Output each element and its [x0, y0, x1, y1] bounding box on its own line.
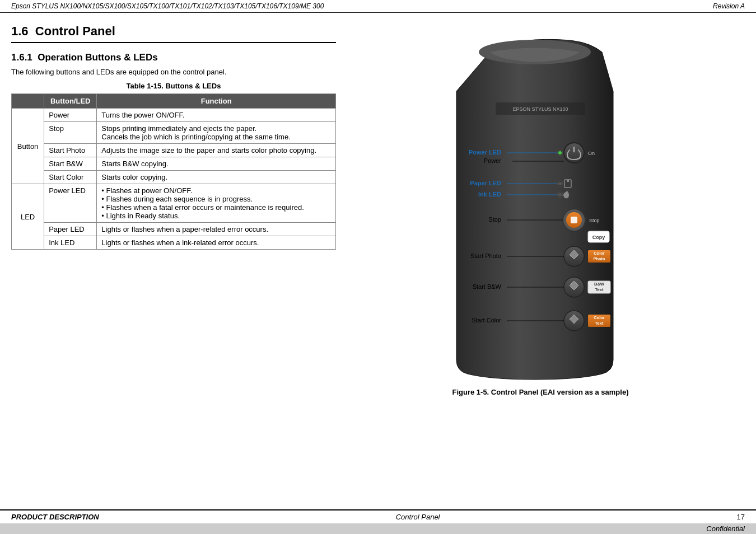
- svg-point-11: [558, 193, 562, 196]
- svg-text:Color: Color: [594, 251, 605, 256]
- subsection-title: 1.6.1 Operation Buttons & LEDs: [11, 52, 336, 63]
- table-row: Paper LEDLights or flashes when a paper-…: [12, 223, 336, 236]
- page-footer: PRODUCT DESCRIPTION Control Panel 17 Con…: [0, 509, 756, 534]
- svg-text:B&W: B&W: [594, 282, 605, 287]
- col-function: Function: [97, 94, 336, 109]
- cell-function: Adjusts the image size to the paper and …: [97, 144, 336, 157]
- table-row: Ink LEDLights or flashes when a ink-rela…: [12, 236, 336, 250]
- page-header: Epson STYLUS NX100/NX105/SX100/SX105/TX1…: [0, 0, 756, 13]
- svg-text:Start B&W: Start B&W: [473, 283, 502, 290]
- svg-text:Start Photo: Start Photo: [470, 252, 501, 259]
- svg-text:Power: Power: [484, 157, 502, 164]
- table-row: StopStops printing immediately and eject…: [12, 122, 336, 144]
- svg-text:Copy: Copy: [592, 235, 605, 240]
- svg-text:On: On: [588, 151, 595, 156]
- description-text: The following buttons and LEDs are equip…: [11, 68, 336, 76]
- svg-point-8: [558, 182, 562, 185]
- svg-text:EPSON STYLUS NX100: EPSON STYLUS NX100: [512, 106, 568, 112]
- footer-right: 17: [737, 513, 745, 521]
- footer-main: PRODUCT DESCRIPTION Control Panel 17: [0, 510, 756, 523]
- svg-point-4: [558, 151, 562, 154]
- row-group-label: LED: [12, 184, 44, 250]
- col-button-led: Button/LED: [44, 94, 97, 109]
- header-right: Revision A: [713, 2, 745, 10]
- svg-text:Ink LED: Ink LED: [478, 191, 501, 198]
- cell-function: Lights or flashes when a paper-related e…: [97, 223, 336, 236]
- right-panel: EPSON STYLUS NX100 On: [336, 24, 745, 396]
- cell-button-led: Power LED: [44, 184, 97, 223]
- footer-center: Control Panel: [396, 513, 440, 521]
- cell-button-led: Paper LED: [44, 223, 97, 236]
- svg-text:Color: Color: [594, 315, 605, 320]
- cell-function: Starts color copying.: [97, 171, 336, 184]
- cell-button-led: Start Color: [44, 171, 97, 184]
- main-content: 1.6 Control Panel 1.6.1 Operation Button…: [0, 13, 756, 396]
- cell-button-led: Start Photo: [44, 144, 97, 157]
- table-title: Table 1-15. Buttons & LEDs: [11, 82, 336, 90]
- svg-text:Photo: Photo: [593, 256, 605, 261]
- svg-text:Stop: Stop: [488, 216, 501, 223]
- svg-text:Start Color: Start Color: [472, 317, 501, 324]
- table-row: Start B&WStarts B&W copying.: [12, 157, 336, 171]
- row-group-label: Button: [12, 109, 44, 184]
- table-row: ButtonPowerTurns the power ON/OFF.: [12, 109, 336, 122]
- cell-function: Starts B&W copying.: [97, 157, 336, 171]
- col-group: [12, 94, 44, 109]
- svg-text:Text: Text: [595, 321, 604, 326]
- header-left: Epson STYLUS NX100/NX105/SX100/SX105/TX1…: [11, 2, 324, 10]
- table-row: Start ColorStarts color copying.: [12, 171, 336, 184]
- left-panel: 1.6 Control Panel 1.6.1 Operation Button…: [11, 24, 336, 396]
- svg-text:Paper LED: Paper LED: [470, 180, 501, 186]
- svg-rect-14: [571, 217, 577, 223]
- svg-text:Power LED: Power LED: [469, 149, 501, 156]
- cell-button-led: Start B&W: [44, 157, 97, 171]
- cell-button-led: Stop: [44, 122, 97, 144]
- table-row: LEDPower LED• Flashes at power ON/OFF.• …: [12, 184, 336, 223]
- cell-function: Stops printing immediately and ejects th…: [97, 122, 336, 144]
- buttons-leds-table: Button/LED Function ButtonPowerTurns the…: [11, 93, 336, 250]
- cell-function: • Flashes at power ON/OFF.• Flashes duri…: [97, 184, 336, 223]
- cell-function: Lights or flashes when a ink-related err…: [97, 236, 336, 250]
- footer-left: PRODUCT DESCRIPTION: [11, 513, 99, 521]
- table-row: Start PhotoAdjusts the image size to the…: [12, 144, 336, 157]
- svg-text:Stop: Stop: [589, 218, 600, 223]
- printer-svg: EPSON STYLUS NX100 On: [423, 35, 658, 382]
- cell-function: Turns the power ON/OFF.: [97, 109, 336, 122]
- footer-confidential: Confidential: [0, 523, 756, 534]
- section-title: 1.6 Control Panel: [11, 24, 336, 43]
- printer-diagram: EPSON STYLUS NX100 On: [423, 35, 658, 382]
- figure-caption: Figure 1-5. Control Panel (EAI version a…: [452, 388, 629, 396]
- cell-button-led: Power: [44, 109, 97, 122]
- cell-button-led: Ink LED: [44, 236, 97, 250]
- svg-text:Text: Text: [595, 287, 604, 292]
